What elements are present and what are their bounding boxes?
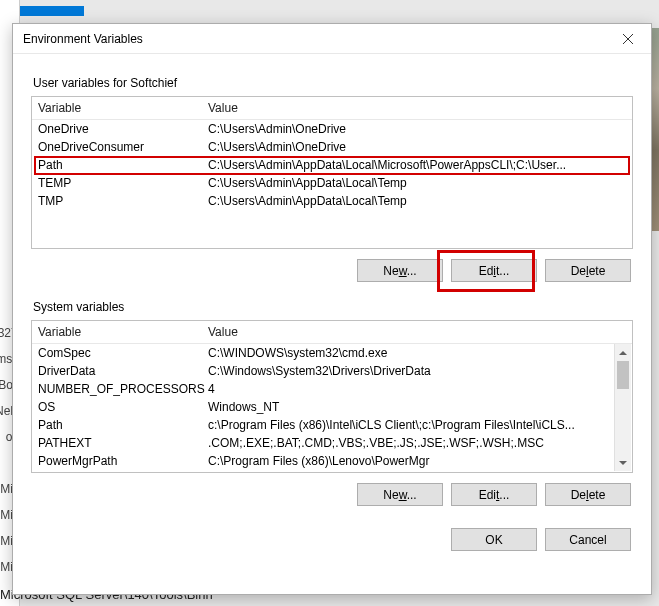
scrollbar[interactable]: [614, 344, 631, 471]
list-item[interactable]: TEMPC:\Users\Admin\AppData\Local\Temp: [32, 174, 632, 192]
sys-delete-button[interactable]: Delete: [545, 483, 631, 506]
var-name: PowerMgrPath: [38, 454, 208, 468]
scroll-up-icon[interactable]: [615, 344, 631, 361]
sys-new-button[interactable]: New...: [357, 483, 443, 506]
user-vars-header: Variable Value: [32, 97, 632, 120]
var-value: C:\Users\Admin\AppData\Local\Microsoft\P…: [208, 158, 626, 172]
sys-vars-body[interactable]: ComSpecC:\WINDOWS\system32\cmd.exe Drive…: [32, 344, 632, 472]
user-delete-button[interactable]: Delete: [545, 259, 631, 282]
var-name: OneDriveConsumer: [38, 140, 208, 154]
var-name: TMP: [38, 194, 208, 208]
user-new-button[interactable]: New...: [357, 259, 443, 282]
var-value: c:\Program Files (x86)\Intel\iCLS Client…: [208, 418, 626, 432]
var-value: C:\Users\Admin\OneDrive: [208, 140, 626, 154]
sys-vars-list[interactable]: Variable Value ComSpecC:\WINDOWS\system3…: [31, 320, 633, 473]
var-value: C:\WINDOWS\system32\cmd.exe: [208, 346, 626, 360]
var-name: Path: [38, 418, 208, 432]
var-name: DriverData: [38, 364, 208, 378]
var-name: ComSpec: [38, 346, 208, 360]
list-item-path[interactable]: PathC:\Users\Admin\AppData\Local\Microso…: [32, 156, 632, 174]
list-item[interactable]: PATHEXT.COM;.EXE;.BAT;.CMD;.VBS;.VBE;.JS…: [32, 434, 632, 452]
close-icon: [623, 34, 633, 44]
dialog-button-row: OK Cancel: [31, 528, 631, 551]
sys-edit-button[interactable]: Edit...: [451, 483, 537, 506]
list-item[interactable]: TMPC:\Users\Admin\AppData\Local\Temp: [32, 192, 632, 210]
list-item[interactable]: ComSpecC:\WINDOWS\system32\cmd.exe: [32, 344, 632, 362]
close-button[interactable]: [605, 24, 651, 54]
svg-marker-2: [619, 351, 627, 355]
var-value: 4: [208, 382, 626, 396]
cancel-button[interactable]: Cancel: [545, 528, 631, 551]
dialog-content: User variables for Softchief Variable Va…: [13, 54, 651, 563]
list-item[interactable]: OneDriveConsumerC:\Users\Admin\OneDrive: [32, 138, 632, 156]
var-value: C:\Users\Admin\AppData\Local\Temp: [208, 176, 626, 190]
list-item[interactable]: NUMBER_OF_PROCESSORS4: [32, 380, 632, 398]
var-name: PATHEXT: [38, 436, 208, 450]
scroll-thumb[interactable]: [617, 361, 629, 389]
list-item[interactable]: OneDriveC:\Users\Admin\OneDrive: [32, 120, 632, 138]
list-item[interactable]: Pathc:\Program Files (x86)\Intel\iCLS Cl…: [32, 416, 632, 434]
user-vars-caption: User variables for Softchief: [33, 76, 633, 90]
ok-button[interactable]: OK: [451, 528, 537, 551]
user-vars-button-row: New... Edit... Delete: [31, 259, 631, 282]
var-name: OS: [38, 400, 208, 414]
user-vars-body[interactable]: OneDriveC:\Users\Admin\OneDrive OneDrive…: [32, 120, 632, 248]
list-item[interactable]: PowerMgrPathC:\Program Files (x86)\Lenov…: [32, 452, 632, 470]
var-name: OneDrive: [38, 122, 208, 136]
titlebar[interactable]: Environment Variables: [13, 24, 651, 54]
sys-vars-header: Variable Value: [32, 321, 632, 344]
var-value: C:\Windows\System32\Drivers\DriverData: [208, 364, 626, 378]
var-value: .COM;.EXE;.BAT;.CMD;.VBS;.VBE;.JS;.JSE;.…: [208, 436, 626, 450]
header-variable[interactable]: Variable: [38, 101, 208, 115]
dialog-title: Environment Variables: [23, 32, 143, 46]
environment-variables-dialog: Environment Variables User variables for…: [12, 23, 652, 595]
scroll-down-icon[interactable]: [615, 454, 631, 471]
sys-vars-button-row: New... Edit... Delete: [31, 483, 631, 506]
header-value[interactable]: Value: [208, 101, 626, 115]
list-item[interactable]: OSWindows_NT: [32, 398, 632, 416]
user-edit-button[interactable]: Edit...: [451, 259, 537, 282]
var-value: C:\Program Files (x86)\Lenovo\PowerMgr: [208, 454, 626, 468]
var-name: TEMP: [38, 176, 208, 190]
var-value: Windows_NT: [208, 400, 626, 414]
user-vars-list[interactable]: Variable Value OneDriveC:\Users\Admin\On…: [31, 96, 633, 249]
var-value: C:\Users\Admin\OneDrive: [208, 122, 626, 136]
header-variable[interactable]: Variable: [38, 325, 208, 339]
header-value[interactable]: Value: [208, 325, 626, 339]
svg-marker-3: [619, 461, 627, 465]
var-value: C:\Users\Admin\AppData\Local\Temp: [208, 194, 626, 208]
list-item[interactable]: DriverDataC:\Windows\System32\Drivers\Dr…: [32, 362, 632, 380]
var-name: Path: [38, 158, 208, 172]
var-name: NUMBER_OF_PROCESSORS: [38, 382, 208, 396]
sys-vars-caption: System variables: [33, 300, 633, 314]
